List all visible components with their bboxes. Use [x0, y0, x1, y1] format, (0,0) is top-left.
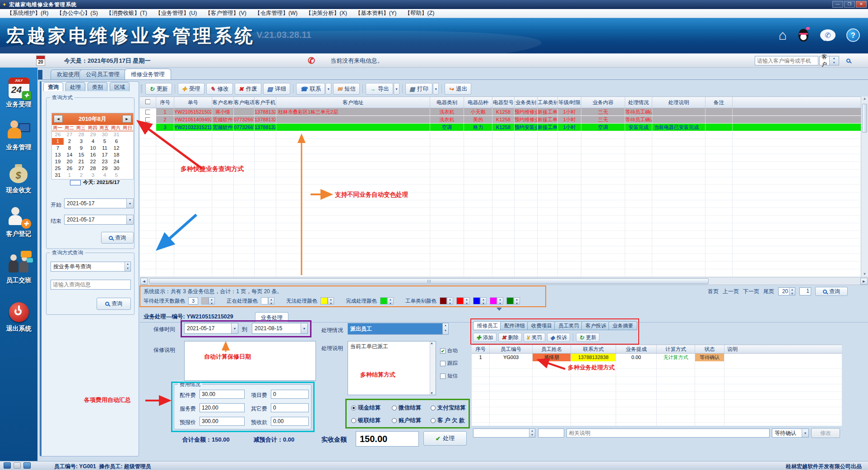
print-button[interactable]: ▦打印 — [405, 83, 432, 95]
exit-button[interactable]: ↪退出 — [445, 83, 471, 95]
calendar-day[interactable]: 5 — [111, 172, 122, 179]
keyword-input[interactable] — [51, 280, 131, 290]
calendar-day[interactable]: 11 — [99, 145, 111, 152]
calendar-today-box[interactable] — [70, 180, 81, 185]
table-row[interactable]: 1YW210515215029 将小情 13788132838桂林市叠彩区1栋三… — [140, 108, 861, 116]
subtab-query[interactable]: 查询 — [43, 82, 63, 91]
calendar-day[interactable]: 30 — [99, 131, 111, 138]
sms-checkbox[interactable]: 短信 — [440, 373, 458, 379]
parts-fee-input[interactable] — [200, 390, 245, 399]
warranty-end-combo[interactable]: 2021-08-15▼ — [252, 323, 308, 334]
auto-checkbox[interactable]: ✔自动 — [440, 347, 458, 354]
date-query-button[interactable]: 查询 — [101, 232, 134, 244]
calendar-day[interactable]: 17 — [99, 152, 111, 158]
menu-item[interactable]: 【系统维护】(R) — [3, 9, 52, 17]
end-date-combo[interactable]: 2021-05-17▼ — [64, 215, 134, 225]
sidebar-item-shift[interactable]: 员工交班 — [0, 253, 37, 285]
calendar-day[interactable]: 29 — [87, 131, 99, 138]
calendar-day[interactable]: 18 — [111, 152, 122, 158]
calendar-day[interactable]: 12 — [111, 145, 122, 152]
modify-button[interactable]: ✎修改 — [206, 83, 233, 95]
sidebar-item-accept[interactable]: JULY24✚ 业务受理 — [0, 77, 37, 109]
maximize-button[interactable]: ❐ — [844, 1, 855, 8]
calendar-day[interactable]: 3 — [87, 172, 99, 179]
disk-icon[interactable] — [23, 462, 31, 469]
working-color-picker[interactable]: ▲▼ — [261, 297, 274, 304]
calendar-day[interactable]: 4 — [99, 172, 111, 179]
last-page-link[interactable]: 尾页 — [763, 288, 774, 295]
process-tab[interactable]: 业务处理 — [255, 312, 288, 322]
calendar-prev-button[interactable]: ◀ — [54, 115, 63, 123]
first-page-link[interactable]: 首页 — [708, 288, 719, 295]
menu-item[interactable]: 【业务管理】(U) — [151, 9, 201, 17]
type-color-picker-2[interactable]: ▲▼ — [456, 297, 470, 304]
query-mode-spinner[interactable]: ▲▼ — [125, 262, 130, 271]
emp-add-button[interactable]: ✚添加 — [473, 333, 497, 342]
project-fee-input[interactable] — [271, 390, 309, 399]
calendar-day[interactable]: 1 — [64, 172, 75, 179]
monitor-icon[interactable] — [4, 462, 11, 469]
warranty-start-combo[interactable]: 2021-05-17▼ — [184, 323, 238, 334]
sms-button[interactable]: ✉短信 — [333, 83, 360, 95]
pay-unionpay-radio[interactable]: 银联结算 — [351, 417, 381, 424]
page-query-button[interactable]: 查询 — [815, 287, 848, 296]
vscroll-thumb[interactable] — [862, 104, 867, 133]
void-button[interactable]: ✖作废 — [235, 83, 261, 95]
calendar-day[interactable]: 24 — [111, 158, 122, 165]
next-page-link[interactable]: 下一页 — [743, 288, 759, 295]
subtab-process[interactable]: 处理 — [65, 82, 85, 91]
pay-wechat-radio[interactable]: 微信结算 — [392, 404, 421, 412]
calendar-day[interactable]: 20 — [64, 158, 75, 165]
select-all-checkbox[interactable] — [140, 97, 156, 108]
calendar-day[interactable]: 28 — [87, 165, 99, 172]
calendar-day[interactable]: 2 — [75, 172, 87, 179]
refresh-button[interactable]: ↻更新 — [145, 83, 172, 95]
status-spinner[interactable]: ▲▼ — [442, 323, 448, 334]
service-fee-input[interactable] — [200, 403, 245, 412]
help-icon[interactable]: ? — [846, 28, 860, 42]
keyword-query-button[interactable]: 查询 — [97, 298, 131, 310]
emp-complaint-button[interactable]: ◆投诉 — [547, 333, 570, 342]
emp-tab-complaints[interactable]: 客户投诉 — [581, 321, 610, 330]
process-status-combo[interactable]: 派出员工▲▼ — [348, 323, 449, 335]
pay-alipay-radio[interactable]: 支付宝结算 — [431, 404, 466, 412]
calendar-day[interactable]: 9 — [75, 145, 87, 152]
calendar-day[interactable]: 31 — [52, 172, 64, 179]
calendar-day[interactable]: 21 — [75, 158, 87, 165]
done-color-picker[interactable]: ▲▼ — [380, 297, 394, 304]
export-dropdown-arrow[interactable]: ▼ — [394, 83, 399, 95]
table-row[interactable]: 3YW210323152112 宏越软件07732667558 13788132… — [140, 124, 861, 131]
calendar-day[interactable]: 8 — [64, 145, 75, 152]
menu-item[interactable]: 【办公中心】(S) — [52, 9, 102, 17]
sidebar-item-manage[interactable]: 业务管理 — [0, 120, 37, 152]
phone-bubble-icon[interactable]: ✆ — [820, 29, 836, 41]
employee-row[interactable]: 1 YG003 将情朋 13788132838 0.00 无计算方式 等待确认 — [472, 354, 842, 361]
calendar-day[interactable]: 31 — [111, 131, 122, 138]
calendar-day[interactable]: 23 — [99, 158, 111, 165]
tab-staff-manage[interactable]: 公司员工管理 — [79, 69, 126, 79]
page-size-box[interactable]: 20▲▼ — [778, 287, 795, 295]
emp-bottom-small-input[interactable] — [538, 429, 564, 438]
process-button[interactable]: ✔处理 — [423, 431, 467, 446]
emp-status-combo[interactable]: 等待确认▼ — [772, 429, 809, 438]
search-type-combo[interactable]: 客户 ▲▼ — [819, 56, 839, 65]
home-icon[interactable]: ⌂ — [779, 26, 787, 44]
calendar-day[interactable]: 15 — [75, 152, 87, 158]
emp-reward-button[interactable]: ¥奖罚 — [524, 333, 545, 342]
emp-delete-button[interactable]: ✖删除 — [498, 333, 522, 342]
calendar-day[interactable]: 25 — [52, 165, 64, 172]
pay-account-radio[interactable]: 账户结算 — [392, 417, 421, 424]
close-button[interactable]: ✕ — [856, 1, 867, 8]
sidebar-item-cash[interactable]: $ 现金收支 — [0, 162, 37, 194]
type-color-picker-1[interactable]: ▲▼ — [440, 297, 453, 304]
minimize-button[interactable]: — — [832, 1, 843, 8]
calendar-day[interactable]: 26 — [52, 131, 64, 138]
contact-dropdown-arrow[interactable]: ▼ — [325, 83, 331, 95]
export-button[interactable]: →导出 — [366, 83, 393, 95]
hscroll-left-arrow[interactable]: ◀ — [140, 278, 148, 285]
type-color-picker-4[interactable]: ▲▼ — [490, 297, 503, 304]
quote-input[interactable] — [200, 417, 245, 426]
other-fee-input[interactable] — [271, 403, 309, 412]
deposit-input[interactable] — [271, 417, 309, 426]
pay-debt-radio[interactable]: 客 户 欠 款 — [431, 417, 464, 424]
